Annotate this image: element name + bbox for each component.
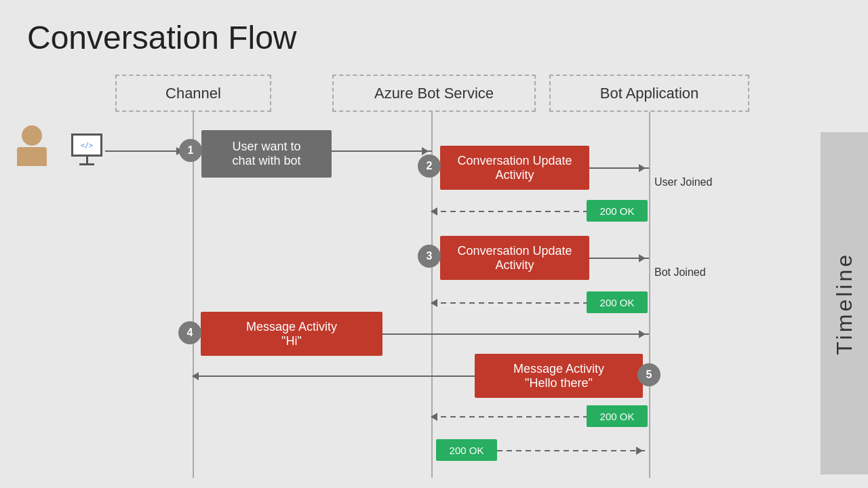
step-circle-5: 5 (637, 363, 660, 386)
timeline-sidebar: Timeline (821, 132, 868, 474)
column-channel: Channel (115, 75, 271, 112)
step-circle-3: 3 (418, 245, 441, 268)
ok-200-4: 200 OK (436, 439, 497, 461)
box-user-want: User want to chat with bot (201, 130, 332, 178)
arrow-dashed-3 (431, 416, 587, 418)
vline-channel (193, 112, 194, 478)
person-head (22, 125, 42, 146)
monitor-icon: </> (71, 134, 102, 165)
arrow-conv1-to-bot (589, 167, 649, 169)
box-conv-update-2: Conversation Update Activity (440, 236, 589, 280)
step-circle-4: 4 (178, 321, 201, 344)
label-user-joined: User Joined (654, 176, 712, 188)
person-icon (17, 125, 47, 166)
ok-200-3: 200 OK (587, 405, 648, 427)
monitor-base (79, 163, 94, 165)
box-message-hello: Message Activity "Hello there" (475, 354, 643, 398)
monitor-screen: </> (71, 134, 102, 157)
timeline-label: Timeline (832, 252, 857, 355)
step-circle-2: 2 (418, 155, 441, 178)
column-azure: Azure Bot Service (332, 75, 536, 112)
ok-200-1: 200 OK (587, 200, 648, 222)
column-bot: Bot Application (549, 75, 749, 112)
page-title: Conversation Flow (27, 19, 297, 56)
box-conv-update-1: Conversation Update Activity (440, 146, 589, 190)
arrow-user-to-box1 (105, 150, 186, 152)
monitor-stand (86, 157, 88, 163)
box-message-hi: Message Activity "Hi" (201, 312, 382, 356)
person-body (17, 147, 47, 166)
arrow-dashed-4 (497, 450, 646, 451)
arrow-dashed-1 (431, 211, 587, 212)
arrow-conv2-to-bot (589, 258, 649, 259)
arrow-box1-to-azure (332, 150, 432, 152)
arrow-hello-to-channel (193, 375, 475, 377)
arrow-msg-to-bot (382, 333, 649, 335)
ok-200-2: 200 OK (587, 291, 648, 313)
arrow-dashed-2 (431, 302, 587, 304)
code-icon: </> (81, 142, 93, 149)
step-circle-1: 1 (179, 139, 202, 162)
label-bot-joined: Bot Joined (654, 266, 706, 279)
